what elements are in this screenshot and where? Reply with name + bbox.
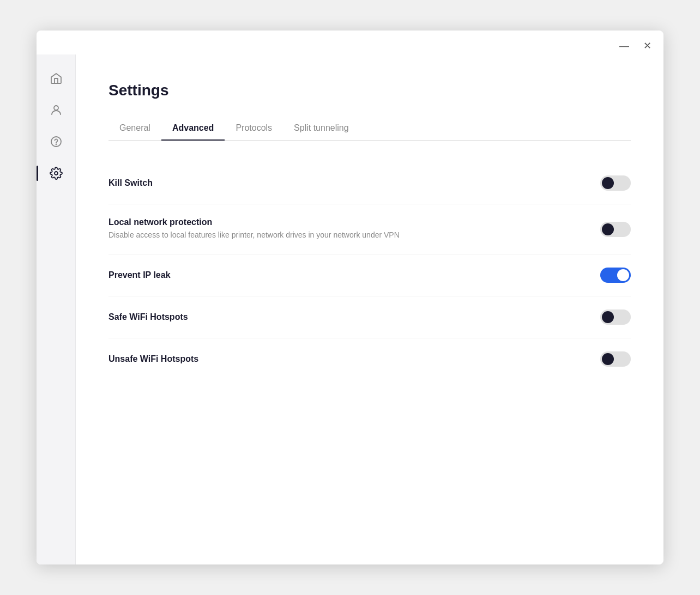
setting-label-safe-wifi: Safe WiFi Hotspots	[108, 312, 578, 322]
close-button[interactable]: ✕	[641, 40, 654, 52]
setting-row-local-network: Local network protection Disable access …	[108, 204, 631, 254]
help-icon	[50, 135, 63, 148]
setting-label-kill-switch: Kill Switch	[108, 178, 578, 188]
setting-text-prevent-ip: Prevent IP leak	[108, 270, 600, 280]
tab-protocols[interactable]: Protocols	[225, 117, 283, 141]
toggle-track-kill-switch	[600, 175, 631, 191]
svg-point-2	[56, 144, 56, 145]
page-title: Settings	[108, 82, 631, 99]
tab-split-tunneling[interactable]: Split tunneling	[283, 117, 360, 141]
svg-point-3	[55, 172, 58, 175]
toggle-thumb-kill-switch	[602, 177, 614, 189]
title-bar-controls: — ✕	[617, 40, 654, 52]
main-content: Settings General Advanced Protocols Spli…	[76, 54, 663, 564]
setting-description-local-network: Disable access to local features like pr…	[108, 229, 414, 241]
setting-text-kill-switch: Kill Switch	[108, 178, 600, 188]
app-window: — ✕	[37, 31, 663, 564]
toggle-track-local-network	[600, 222, 631, 237]
sidebar-item-settings[interactable]	[43, 160, 69, 186]
home-icon	[50, 72, 63, 85]
toggle-unsafe-wifi[interactable]	[600, 351, 631, 367]
tabs-container: General Advanced Protocols Split tunneli…	[108, 117, 631, 141]
toggle-prevent-ip[interactable]	[600, 268, 631, 283]
toggle-kill-switch[interactable]	[600, 175, 631, 191]
app-body: Settings General Advanced Protocols Spli…	[37, 54, 663, 564]
setting-label-unsafe-wifi: Unsafe WiFi Hotspots	[108, 354, 578, 364]
svg-point-0	[54, 106, 58, 110]
minimize-button[interactable]: —	[617, 40, 631, 52]
toggle-track-unsafe-wifi	[600, 351, 631, 367]
setting-label-local-network: Local network protection	[108, 217, 578, 227]
sidebar-item-account[interactable]	[43, 97, 69, 123]
sidebar-item-help[interactable]	[43, 129, 69, 155]
toggle-local-network[interactable]	[600, 222, 631, 237]
toggle-thumb-unsafe-wifi	[602, 353, 614, 365]
setting-text-local-network: Local network protection Disable access …	[108, 217, 600, 241]
tab-advanced[interactable]: Advanced	[161, 117, 225, 141]
setting-text-unsafe-wifi: Unsafe WiFi Hotspots	[108, 354, 600, 364]
sidebar	[37, 54, 76, 564]
toggle-thumb-safe-wifi	[602, 311, 614, 323]
toggle-safe-wifi[interactable]	[600, 309, 631, 325]
setting-text-safe-wifi: Safe WiFi Hotspots	[108, 312, 600, 322]
toggle-thumb-local-network	[602, 223, 614, 235]
account-icon	[50, 104, 63, 117]
setting-label-prevent-ip: Prevent IP leak	[108, 270, 578, 280]
setting-row-prevent-ip: Prevent IP leak	[108, 254, 631, 296]
tab-general[interactable]: General	[108, 117, 161, 141]
settings-icon	[50, 167, 63, 180]
sidebar-item-home[interactable]	[43, 65, 69, 92]
title-bar: — ✕	[37, 31, 663, 54]
settings-list: Kill Switch Local network protection Dis…	[108, 162, 631, 380]
toggle-thumb-prevent-ip	[617, 269, 629, 281]
toggle-track-prevent-ip	[600, 268, 631, 283]
setting-row-safe-wifi: Safe WiFi Hotspots	[108, 296, 631, 338]
setting-row-unsafe-wifi: Unsafe WiFi Hotspots	[108, 338, 631, 380]
setting-row-kill-switch: Kill Switch	[108, 162, 631, 204]
toggle-track-safe-wifi	[600, 309, 631, 325]
